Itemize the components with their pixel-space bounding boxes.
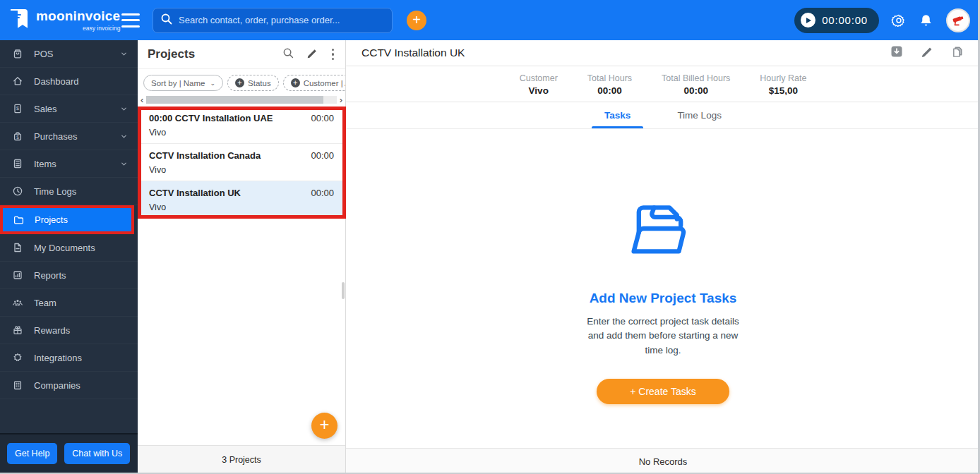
search-icon [160, 13, 173, 28]
scrollbar-track[interactable] [146, 96, 336, 104]
mooninvoice-logo-icon [8, 8, 30, 32]
project-list-item-selected[interactable]: CCTV Installation UK 00:00 Vivo [138, 181, 345, 219]
empty-state: Add New Project Tasks Enter the correct … [346, 129, 980, 448]
sidebar-item-my-documents[interactable]: My Documents [0, 234, 138, 262]
chevron-down-icon [120, 133, 128, 140]
header-actions: 00:00:00 [794, 8, 970, 33]
play-icon[interactable] [801, 13, 815, 28]
settings-gear-icon[interactable] [891, 13, 907, 28]
plus-icon: + [235, 78, 244, 87]
stat-label: Total Hours [587, 73, 632, 83]
sidebar-item-sales[interactable]: $ Sales [0, 95, 138, 123]
sidebar-nav: POS Dashboard $ Sales $ Purchases [0, 40, 138, 474]
chevron-down-icon: ⌄ [210, 80, 216, 87]
empty-state-heading: Add New Project Tasks [590, 291, 737, 306]
sort-by-label: Sort by | Name [151, 79, 205, 87]
project-list-item[interactable]: CCTV Installation Canada 00:00 Vivo [138, 144, 345, 181]
sidebar-item-items[interactable]: Items [0, 150, 138, 178]
timer-widget[interactable]: 00:00:00 [794, 8, 879, 33]
stat-label: Total Billed Hours [662, 73, 730, 83]
stat-label: Customer [520, 73, 558, 83]
sidebar-item-dashboard[interactable]: Dashboard [0, 68, 138, 95]
sidebar-item-companies[interactable]: Companies [0, 372, 138, 399]
project-time: 00:00 [311, 150, 334, 161]
detail-tabs: Tasks Time Logs [346, 102, 980, 129]
projects-panel-title: Projects [148, 47, 195, 61]
user-avatar[interactable] [946, 8, 970, 32]
sidebar-item-projects[interactable]: Projects [0, 205, 134, 234]
sidebar-item-purchases[interactable]: $ Purchases [0, 123, 138, 150]
chevron-down-icon [120, 160, 128, 168]
sidebar-item-rewards[interactable]: Rewards [0, 317, 138, 344]
pos-bag-icon [12, 48, 23, 59]
status-filter-chip[interactable]: + Status [227, 75, 279, 91]
sidebar-item-pos[interactable]: POS [0, 40, 138, 68]
stat-customer: Customer Vivo [520, 73, 558, 96]
hamburger-menu-icon[interactable] [121, 13, 140, 28]
project-title: 00:00 CCTV Installation UAE [149, 113, 273, 123]
archive-icon[interactable] [890, 44, 904, 61]
sidebar-item-time-logs[interactable]: Time Logs [0, 178, 138, 205]
tab-tasks[interactable]: Tasks [592, 102, 643, 128]
projects-edit-pencil-icon[interactable] [306, 47, 318, 62]
empty-state-description: Enter the correct project task details a… [586, 315, 740, 358]
sidebar-item-label: POS [34, 49, 53, 59]
sales-receipt-icon: $ [12, 103, 23, 114]
projects-count-footer: 3 Projects [138, 445, 345, 474]
projects-search-icon[interactable] [282, 47, 294, 62]
panel-vertical-scrollbar[interactable] [342, 282, 345, 299]
stat-value: $15,00 [760, 85, 806, 96]
global-search[interactable] [153, 8, 393, 33]
home-icon [12, 75, 23, 87]
project-customer: Vivo [149, 128, 334, 138]
plus-icon: + [291, 78, 300, 87]
building-icon [12, 379, 23, 391]
app-logo: mooninvoice easy invoicing [8, 8, 114, 32]
customer-filter-chip[interactable]: + Customer | All [283, 75, 345, 91]
chat-with-us-button[interactable]: Chat with Us [64, 443, 130, 464]
project-time: 00:00 [311, 188, 334, 198]
top-header-bar: mooninvoice easy invoicing + 00:00:00 [0, 0, 980, 40]
sidebar-item-integrations[interactable]: Integrations [0, 344, 138, 372]
brand-name: mooninvoice [36, 8, 120, 23]
chips-horizontal-scrollbar: ‹ › [138, 95, 345, 107]
document-icon [12, 242, 23, 253]
create-tasks-button[interactable]: + Create Tasks [597, 379, 729, 404]
notifications-bell-icon[interactable] [919, 13, 934, 28]
sidebar-item-label: Sales [34, 104, 57, 114]
tab-time-logs[interactable]: Time Logs [664, 102, 734, 128]
add-project-fab[interactable]: + [311, 413, 337, 439]
sidebar-item-label: Companies [34, 380, 80, 391]
sidebar-item-label: Team [34, 298, 56, 308]
quick-add-button[interactable]: + [407, 11, 426, 30]
search-input[interactable] [179, 15, 385, 25]
project-title: CCTV Installation UK [149, 188, 241, 198]
sidebar-item-team[interactable]: Team [0, 289, 138, 317]
projects-more-options-icon[interactable] [330, 47, 336, 62]
edit-pencil-icon[interactable] [921, 45, 934, 61]
folder-icon [13, 214, 24, 226]
scrollbar-thumb[interactable] [146, 96, 323, 104]
project-list-item[interactable]: 00:00 CCTV Installation UAE 00:00 Vivo [138, 107, 345, 144]
sidebar-item-label: Dashboard [34, 76, 79, 87]
scroll-right-arrow[interactable]: › [339, 95, 343, 104]
brand-tagline: easy invoicing [36, 25, 120, 32]
team-icon [12, 297, 23, 308]
project-detail-panel: CCTV Installation UK Customer Viv [346, 40, 980, 474]
gift-icon [12, 324, 23, 336]
chevron-down-icon [120, 50, 128, 58]
project-list: 00:00 CCTV Installation UAE 00:00 Vivo C… [138, 107, 345, 219]
stat-value: 00:00 [587, 85, 632, 96]
sidebar-footer: Get Help Chat with Us [0, 433, 138, 474]
svg-text:$: $ [16, 106, 19, 111]
sidebar-item-reports[interactable]: Reports [0, 262, 138, 289]
stat-value: 00:00 [662, 85, 730, 96]
scroll-left-arrow[interactable]: ‹ [140, 95, 144, 104]
copy-duplicate-icon[interactable] [951, 45, 964, 61]
stat-total-hours: Total Hours 00:00 [587, 73, 632, 96]
project-title: CCTV Installation Canada [149, 150, 261, 161]
project-time: 00:00 [311, 113, 334, 123]
sort-by-chip[interactable]: Sort by | Name ⌄ [143, 75, 223, 91]
open-folder-icon [625, 196, 701, 261]
get-help-button[interactable]: Get Help [7, 443, 57, 464]
